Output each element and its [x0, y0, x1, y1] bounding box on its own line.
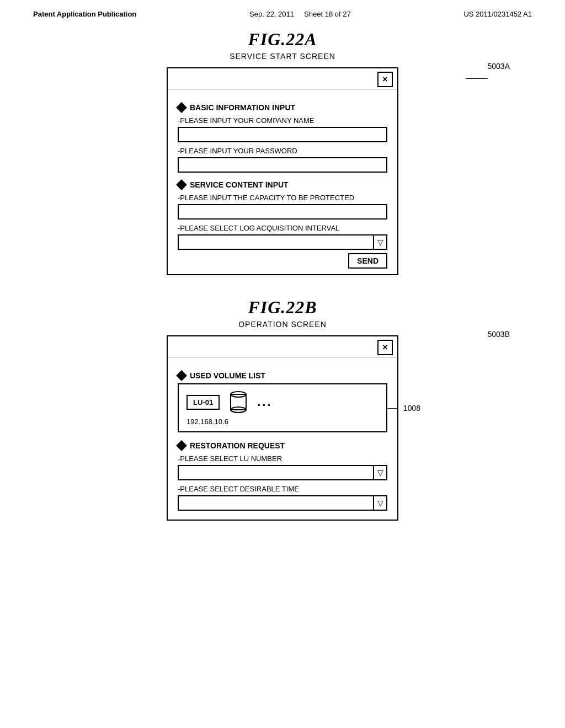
company-name-input[interactable]: [178, 127, 387, 142]
header-publication: Patent Application Publication: [33, 10, 136, 18]
fig22a-subtitle: SERVICE START SCREEN: [44, 52, 521, 61]
volume-items: LU-01 ...: [186, 390, 379, 414]
capacity-label: -PLEASE INPUT THE CAPACITY TO BE PROTECT…: [178, 194, 387, 202]
page-header: Patent Application Publication Sep. 22, …: [0, 0, 565, 24]
volume-list-box: LU-01 ... 192.168.10.6: [178, 383, 387, 432]
fig22a-section: FIG.22A SERVICE START SCREEN 5003A × BAS…: [44, 29, 521, 275]
diamond-icon-3: [176, 370, 187, 381]
diamond-icon-4: [176, 440, 187, 451]
ref-5003b: 5003B: [488, 330, 510, 339]
send-row: SEND: [178, 253, 387, 269]
lu-number-dropdown[interactable]: ▽: [178, 465, 387, 480]
ref-1008: 1008: [403, 404, 420, 413]
fig22b-section: FIG.22B OPERATION SCREEN 5003B × USED VO…: [44, 297, 521, 521]
dialog-body: BASIC INFORMATION INPUT -PLEASE INPUT YO…: [168, 90, 397, 274]
ellipsis: ...: [257, 395, 272, 409]
fig22a-title: FIG.22A: [44, 29, 521, 50]
company-name-label: -PLEASE INPUT YOUR COMPANY NAME: [178, 116, 387, 125]
main-content: FIG.22A SERVICE START SCREEN 5003A × BAS…: [0, 24, 565, 548]
service-content-header: SERVICE CONTENT INPUT: [178, 180, 387, 189]
cylinder-icon: [228, 390, 248, 414]
send-button[interactable]: SEND: [348, 253, 387, 269]
header-patent-number: US 2011/0231452 A1: [463, 10, 532, 18]
dialog-close-row-b: ×: [168, 336, 397, 358]
volume-list-header: USED VOLUME LIST: [178, 371, 387, 380]
fig22b-subtitle: OPERATION SCREEN: [44, 320, 521, 329]
volume-list-area: LU-01 ... 192.168.10.6: [178, 383, 387, 432]
diamond-icon-2: [176, 179, 187, 190]
operation-dialog: × USED VOLUME LIST LU-01: [167, 335, 398, 521]
log-interval-dropdown[interactable]: ▽: [178, 234, 387, 250]
close-button[interactable]: ×: [377, 72, 393, 87]
fig22b-title: FIG.22B: [44, 297, 521, 318]
lu-number-label: -PLEASE SELECT LU NUMBER: [178, 454, 387, 463]
dialog-body-b: USED VOLUME LIST LU-01: [168, 358, 397, 520]
dialog-close-row: ×: [168, 68, 397, 90]
capacity-input[interactable]: [178, 204, 387, 220]
diamond-icon: [176, 102, 187, 113]
service-start-dialog: × BASIC INFORMATION INPUT -PLEASE INPUT …: [167, 67, 398, 275]
desirable-time-label: -PLEASE SELECT DESIRABLE TIME: [178, 485, 387, 493]
log-interval-label: -PLEASE SELECT LOG ACQUISITION INTERVAL: [178, 224, 387, 232]
fig22a-dialog-wrapper: 5003A × BASIC INFORMATION INPUT -PLEASE …: [44, 67, 521, 275]
password-input[interactable]: [178, 157, 387, 173]
ip-address: 192.168.10.6: [186, 417, 379, 426]
desirable-time-dropdown[interactable]: ▽: [178, 495, 387, 511]
basic-info-header: BASIC INFORMATION INPUT: [178, 103, 387, 112]
password-label: -PLEASE INPUT YOUR PASSWORD: [178, 147, 387, 155]
ref-line-5003a: [466, 78, 488, 79]
dropdown-arrow-lu: ▽: [373, 466, 386, 479]
ref-line-1008: [387, 408, 398, 409]
lu-label: LU-01: [186, 395, 220, 410]
dropdown-arrow-time: ▽: [373, 496, 386, 510]
fig22b-dialog-wrapper: 5003B × USED VOLUME LIST: [44, 335, 521, 521]
restoration-header: RESTORATION REQUEST: [178, 441, 387, 450]
dropdown-arrow-icon: ▽: [373, 235, 386, 249]
close-button-b[interactable]: ×: [377, 340, 393, 355]
ref-5003a: 5003A: [488, 62, 510, 71]
header-date: Sep. 22, 2011 Sheet 18 of 27: [249, 10, 351, 18]
